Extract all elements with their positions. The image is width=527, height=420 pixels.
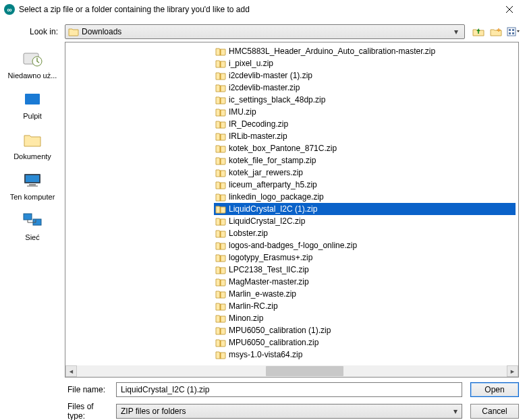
lookin-label: Look in:	[0, 27, 65, 36]
scroll-thumb[interactable]	[266, 366, 343, 376]
zip-icon	[215, 144, 226, 153]
up-folder-button[interactable]	[472, 25, 485, 38]
place-label: Sieć	[5, 233, 59, 241]
svg-rect-37	[220, 304, 221, 310]
file-name: logotypy_Erasmus+.zip	[229, 253, 312, 262]
file-row[interactable]: IMU.zip	[214, 106, 516, 118]
horizontal-scrollbar[interactable]: ◄ ►	[65, 365, 518, 377]
new-folder-button[interactable]	[489, 25, 503, 38]
zip-icon	[215, 131, 226, 141]
file-list[interactable]: HMC5883L_Header_Arduino_Auto_calibration…	[214, 45, 516, 365]
place-thispc[interactable]: Ten komputer	[5, 170, 59, 201]
svg-rect-25	[220, 158, 221, 164]
file-row[interactable]: i_pixel_u.zip	[214, 57, 516, 69]
file-row[interactable]: logos-and-badges_f-logo_online.zip	[214, 239, 516, 251]
zip-icon	[215, 216, 226, 226]
app-icon	[4, 4, 15, 15]
file-row[interactable]: HMC5883L_Header_Arduino_Auto_calibration…	[214, 45, 516, 57]
file-row[interactable]: ic_settings_black_48dp.zip	[214, 94, 516, 106]
file-row[interactable]: Minon.zip	[214, 312, 516, 324]
zip-icon	[215, 71, 226, 80]
lookin-combo[interactable]: Downloads ▾	[65, 24, 465, 39]
file-row[interactable]: IRLib-master.zip	[214, 130, 516, 142]
zip-icon	[215, 156, 226, 165]
cancel-button[interactable]: Cancel	[470, 404, 519, 419]
file-row[interactable]: Lobster.zip	[214, 227, 516, 239]
place-desktop[interactable]: Pulpit	[5, 89, 59, 120]
zip-icon	[215, 180, 226, 189]
file-name: msys-1.0-vista64.zip	[229, 350, 302, 359]
window-title: Select a zip file or a folder containing…	[19, 5, 496, 14]
file-row[interactable]: MPU6050_calibration (1).zip	[214, 324, 516, 336]
zip-icon	[215, 326, 226, 335]
desktop-icon	[20, 89, 45, 109]
svg-rect-32	[220, 243, 221, 249]
zip-icon	[215, 338, 226, 347]
file-row[interactable]: kotek_box_Pantone_871C.zip	[214, 142, 516, 154]
place-label: Ten komputer	[5, 193, 59, 201]
zip-icon	[215, 95, 226, 104]
svg-rect-39	[220, 328, 221, 334]
view-menu-button[interactable]	[507, 25, 520, 38]
filename-label: File name:	[0, 385, 116, 394]
file-row[interactable]: IR_Decoding.zip	[214, 118, 516, 130]
zip-icon	[215, 192, 226, 202]
file-name: LiquidCrystal_I2C (1).zip	[229, 204, 317, 214]
svg-rect-6	[512, 32, 514, 34]
file-row[interactable]: LiquidCrystal_I2C (1).zip	[214, 203, 516, 215]
svg-rect-13	[27, 185, 38, 187]
zip-icon	[215, 229, 226, 238]
place-label: Dokumenty	[5, 152, 59, 160]
open-button[interactable]: Open	[470, 382, 519, 397]
scroll-right-button[interactable]: ►	[507, 365, 518, 377]
file-row[interactable]: LiquidCrystal_I2C.zip	[214, 215, 516, 227]
svg-rect-26	[220, 171, 221, 177]
filetype-combo[interactable]: ZIP files or folders ▾	[116, 404, 462, 419]
place-network[interactable]: Sieć	[5, 210, 59, 241]
lookin-value: Downloads	[82, 27, 451, 36]
file-row[interactable]: MPU6050_calibration.zip	[214, 336, 516, 349]
place-label: Niedawno uż...	[5, 71, 59, 80]
zip-icon	[215, 301, 226, 311]
file-name: kotek_jar_rewers.zip	[229, 168, 303, 177]
file-row[interactable]: Marlin-RC.zip	[214, 300, 516, 312]
file-name: IRLib-master.zip	[229, 131, 287, 141]
file-row[interactable]: Marlin_e-waste.zip	[214, 288, 516, 300]
file-row[interactable]: kotek_jar_rewers.zip	[214, 167, 516, 179]
file-row[interactable]: LPC2138_Test_lIC.zip	[214, 264, 516, 276]
chevron-down-icon: ▾	[453, 407, 457, 416]
file-row[interactable]: logotypy_Erasmus+.zip	[214, 251, 516, 264]
svg-rect-11	[26, 175, 39, 182]
file-name: i_pixel_u.zip	[229, 59, 273, 68]
place-recent[interactable]: Niedawno uż...	[5, 49, 59, 80]
folder-icon	[68, 27, 79, 36]
file-row[interactable]: liceum_afterparty_h5.zip	[214, 179, 516, 191]
svg-rect-9	[25, 94, 40, 104]
file-row[interactable]: i2cdevlib-master (1).zip	[214, 69, 516, 82]
file-row[interactable]: kotek_file_for_stamp.zip	[214, 154, 516, 167]
recent-icon	[20, 49, 45, 69]
file-row[interactable]: i2cdevlib-master.zip	[214, 82, 516, 94]
filename-input[interactable]	[116, 382, 462, 397]
file-row[interactable]: linkedin_logo_package.zip	[214, 191, 516, 203]
scroll-track[interactable]	[77, 365, 507, 377]
file-row[interactable]: msys-1.0-vista64.zip	[214, 349, 516, 361]
thispc-icon	[20, 170, 45, 190]
file-name: Lobster.zip	[229, 229, 268, 238]
svg-rect-33	[220, 256, 221, 262]
places-bar: Niedawno uż...PulpitDokumentyTen kompute…	[0, 42, 65, 378]
file-name: Marlin_e-waste.zip	[229, 289, 296, 299]
close-button[interactable]	[496, 1, 523, 18]
place-docs[interactable]: Dokumenty	[5, 129, 59, 160]
scroll-left-button[interactable]: ◄	[65, 365, 77, 377]
toolbar-icons	[472, 25, 520, 38]
file-name: logos-and-badges_f-logo_online.zip	[229, 241, 357, 250]
filetype-value: ZIP files or folders	[121, 407, 453, 416]
file-row[interactable]: MagMaster-master.zip	[214, 276, 516, 288]
zip-icon	[215, 277, 226, 287]
svg-rect-38	[220, 316, 221, 322]
file-name: i2cdevlib-master.zip	[229, 83, 300, 92]
place-label: Pulpit	[5, 112, 59, 120]
svg-rect-34	[220, 268, 221, 274]
file-name: LPC2138_Test_lIC.zip	[229, 265, 309, 274]
